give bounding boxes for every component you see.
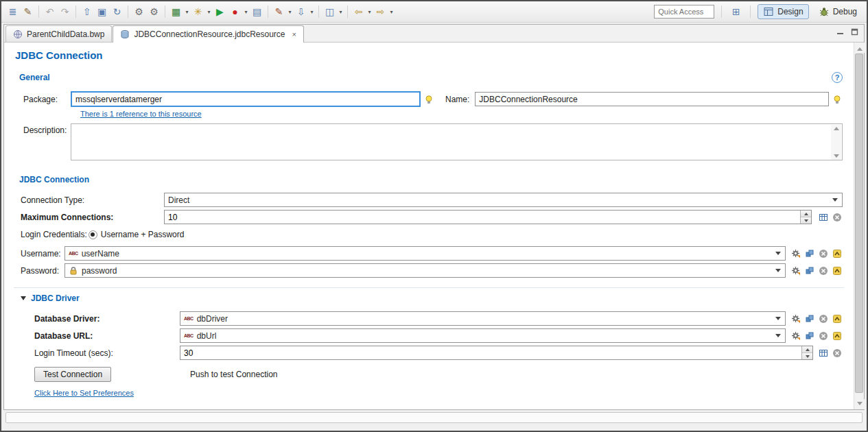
dropdown-caret[interactable]: ▾: [287, 9, 293, 15]
quick-access-input[interactable]: [654, 5, 714, 19]
verify-icon[interactable]: ✎: [21, 4, 35, 19]
scrollbar-thumb[interactable]: [855, 53, 863, 393]
login-timeout-stepper[interactable]: [180, 346, 813, 360]
perspective-debug-button[interactable]: Debug: [813, 4, 863, 19]
tab-jdbcconnectionresource[interactable]: JDBCConnectionResource.jdbcResource ×: [113, 25, 304, 43]
database-icon[interactable]: ▣: [95, 4, 109, 19]
perspective-design-button[interactable]: Design: [758, 4, 808, 19]
dropdown-caret[interactable]: ▾: [243, 9, 249, 15]
fetch-icon[interactable]: ⇩: [294, 4, 308, 19]
preferences-link[interactable]: Click Here to Set Preferences: [34, 389, 134, 397]
scroll-up-icon[interactable]: [854, 43, 865, 53]
database-url-combo[interactable]: ABC dbUrl: [180, 328, 786, 343]
design-perspective-label: Design: [777, 7, 803, 16]
chevron-down-icon[interactable]: [832, 198, 838, 202]
maximize-icon[interactable]: [851, 28, 858, 38]
vertical-scrollbar[interactable]: [854, 43, 864, 409]
name-input[interactable]: [475, 92, 829, 106]
scroll-down-icon[interactable]: [834, 154, 839, 158]
forward-icon[interactable]: ⇨: [373, 4, 388, 19]
chevron-down-icon[interactable]: [775, 252, 781, 255]
record-icon[interactable]: ●: [228, 4, 242, 19]
chevron-down-icon[interactable]: [775, 334, 781, 337]
scroll-down-icon[interactable]: [854, 399, 865, 409]
module-property-table-icon[interactable]: [818, 212, 829, 223]
scroll-up-icon[interactable]: [834, 127, 839, 130]
gear-icon[interactable]: ⚙: [132, 4, 146, 19]
reference-link[interactable]: There is 1 reference to this resource: [80, 110, 202, 118]
spin-up-icon[interactable]: [802, 346, 812, 352]
expression-icon[interactable]: [832, 265, 843, 276]
gear2-icon[interactable]: ⚙: [147, 4, 161, 19]
new-wizard-icon[interactable]: ✳: [191, 4, 205, 19]
max-connections-stepper[interactable]: [164, 210, 812, 224]
field-actions: [818, 348, 843, 359]
username-password-radio[interactable]: [89, 230, 97, 239]
clear-binding-icon[interactable]: [818, 331, 829, 341]
connection-type-select[interactable]: Direct: [164, 193, 843, 207]
window-icon[interactable]: ◫: [322, 4, 337, 19]
spin-down-icon[interactable]: [801, 217, 811, 224]
undo-icon[interactable]: ↶: [43, 4, 57, 19]
module-property-table-icon[interactable]: [818, 348, 829, 359]
username-combo[interactable]: ABC userName: [64, 246, 786, 261]
redo-icon[interactable]: ↷: [58, 4, 72, 19]
run-icon[interactable]: ▶: [213, 4, 227, 19]
spinner-buttons[interactable]: [800, 211, 811, 224]
clear-binding-icon[interactable]: [832, 212, 843, 223]
clear-binding-icon[interactable]: [832, 348, 843, 359]
module-property-gear-icon[interactable]: [790, 248, 801, 259]
back-icon[interactable]: ⇦: [351, 4, 366, 19]
password-combo[interactable]: password: [64, 263, 786, 278]
clear-binding-icon[interactable]: [818, 248, 829, 259]
brush-icon[interactable]: ✎: [272, 4, 286, 19]
chevron-down-icon[interactable]: [775, 317, 781, 320]
help-icon[interactable]: ?: [832, 72, 843, 83]
dropdown-caret[interactable]: ▾: [184, 9, 190, 15]
max-connections-input[interactable]: [165, 211, 800, 224]
sync-icon[interactable]: ↻: [110, 4, 124, 19]
dropdown-caret[interactable]: ▾: [338, 9, 344, 15]
save-all-icon[interactable]: ≣: [5, 4, 20, 19]
toolbar-separator: [75, 5, 76, 18]
description-scrollbar[interactable]: [831, 125, 841, 160]
test-connection-button[interactable]: Test Connection: [34, 367, 111, 382]
module-property-gear-icon[interactable]: [790, 265, 801, 276]
dropdown-caret[interactable]: ▾: [309, 9, 315, 15]
clear-binding-icon[interactable]: [818, 313, 829, 324]
database-driver-combo[interactable]: ABC dbDriver: [180, 311, 786, 326]
folder-icon[interactable]: ▤: [250, 4, 264, 19]
spreadsheet-icon[interactable]: ▦: [169, 4, 183, 19]
process-property-icon[interactable]: [804, 248, 815, 259]
chevron-down-icon[interactable]: [775, 269, 781, 272]
minimize-icon[interactable]: [836, 28, 844, 38]
content-assist-bulb-icon[interactable]: [832, 94, 843, 105]
close-tab-icon[interactable]: ×: [292, 30, 296, 38]
module-property-gear-icon[interactable]: [790, 313, 801, 324]
tab-parentchilddata[interactable]: ParentChildData.bwp: [5, 25, 112, 42]
spinner-buttons[interactable]: [801, 346, 812, 359]
spin-up-icon[interactable]: [801, 211, 811, 217]
process-property-icon[interactable]: [804, 265, 815, 276]
collapse-toggle-icon[interactable]: [21, 296, 26, 300]
expression-icon[interactable]: [832, 248, 843, 259]
dropdown-caret[interactable]: ▾: [388, 9, 395, 15]
deploy-icon[interactable]: ⇧: [80, 4, 94, 19]
module-property-gear-icon[interactable]: [790, 331, 801, 341]
expression-icon[interactable]: [832, 313, 843, 324]
dropdown-caret[interactable]: ▾: [206, 9, 212, 15]
clear-binding-icon[interactable]: [818, 265, 829, 276]
spin-down-icon[interactable]: [802, 352, 812, 359]
process-property-icon[interactable]: [804, 331, 815, 341]
content-assist-bulb-icon[interactable]: [423, 94, 434, 105]
expression-icon[interactable]: [832, 331, 843, 341]
process-file-icon: [13, 29, 23, 39]
package-input[interactable]: [71, 91, 421, 107]
debug-bug-icon: [819, 6, 830, 17]
login-timeout-input[interactable]: [180, 346, 801, 359]
process-property-icon[interactable]: [804, 313, 815, 324]
description-textarea[interactable]: [71, 123, 843, 160]
open-perspective-icon[interactable]: ⊞: [729, 4, 743, 19]
dropdown-caret[interactable]: ▾: [366, 9, 373, 15]
section-header-general: General ?: [19, 72, 844, 83]
